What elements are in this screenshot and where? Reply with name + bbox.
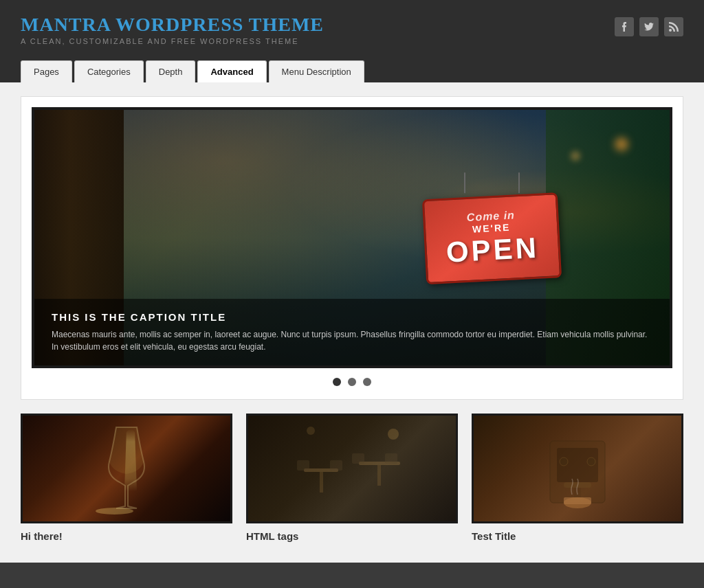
rss-icon[interactable] bbox=[664, 17, 683, 36]
site-branding: Mantra WordPress Theme A clean, customiz… bbox=[21, 14, 324, 45]
open-sign: Come in WE'RE OPEN bbox=[424, 172, 560, 281]
site-title: Mantra WordPress Theme bbox=[21, 14, 324, 36]
nav-tabs: Pages Categories Depth Advanced Menu Des… bbox=[21, 60, 683, 82]
social-icons bbox=[615, 17, 683, 36]
svg-rect-16 bbox=[564, 497, 591, 504]
post-title-3[interactable]: Test Title bbox=[472, 530, 683, 542]
wine-glass-icon bbox=[99, 420, 154, 517]
post-image-1 bbox=[21, 414, 232, 523]
twitter-icon[interactable] bbox=[639, 17, 659, 36]
svg-point-0 bbox=[669, 29, 672, 32]
tab-advanced[interactable]: Advanced bbox=[197, 60, 266, 82]
post-item-1: Hi there! bbox=[21, 414, 232, 542]
svg-rect-2 bbox=[320, 472, 323, 493]
tab-categories[interactable]: Categories bbox=[74, 60, 144, 82]
svg-rect-8 bbox=[385, 453, 397, 464]
three-cols: Hi there! bbox=[21, 414, 683, 542]
sign-chain bbox=[424, 172, 560, 193]
post-item-3: Test Title bbox=[472, 414, 683, 542]
slider-dots bbox=[32, 378, 672, 386]
slider-dot-3[interactable] bbox=[363, 378, 371, 386]
facebook-icon[interactable] bbox=[615, 17, 634, 36]
slider-dot-2[interactable] bbox=[348, 378, 356, 386]
main-content: Come in WE'RE OPEN This is the caption t… bbox=[0, 82, 704, 563]
caption-overlay: This is the caption title Maecenas mauri… bbox=[34, 299, 670, 365]
svg-rect-5 bbox=[297, 460, 309, 471]
svg-rect-7 bbox=[352, 453, 364, 464]
post-title-1[interactable]: Hi there! bbox=[21, 530, 232, 542]
cafe-icon bbox=[283, 420, 421, 517]
sign-board: Come in WE'RE OPEN bbox=[422, 192, 562, 284]
tab-depth[interactable]: Depth bbox=[146, 60, 196, 82]
svg-rect-6 bbox=[330, 460, 342, 471]
svg-point-18 bbox=[587, 457, 595, 466]
svg-point-17 bbox=[560, 457, 568, 466]
tab-menu-description[interactable]: Menu Description bbox=[269, 60, 364, 82]
slider-container: Come in WE'RE OPEN This is the caption t… bbox=[32, 107, 672, 368]
post-image-2 bbox=[246, 414, 458, 523]
slider-wrapper: Come in WE'RE OPEN This is the caption t… bbox=[21, 96, 683, 400]
slider-dot-1[interactable] bbox=[333, 378, 341, 386]
post-image-3 bbox=[472, 414, 683, 523]
caption-text: Maecenas mauris ante, mollis ac semper i… bbox=[52, 328, 652, 353]
post-item-2: HTML tags bbox=[246, 414, 458, 542]
sign-open-text: OPEN bbox=[446, 231, 540, 269]
site-header: Mantra WordPress Theme A clean, customiz… bbox=[0, 0, 704, 82]
svg-rect-4 bbox=[377, 465, 381, 486]
slider-image: Come in WE'RE OPEN This is the caption t… bbox=[34, 110, 670, 365]
header-top: Mantra WordPress Theme A clean, customiz… bbox=[21, 14, 683, 45]
site-subtitle: A clean, customizable and free WordPress… bbox=[21, 37, 324, 45]
coffee-machine-icon bbox=[522, 420, 632, 517]
tab-pages[interactable]: Pages bbox=[21, 60, 72, 82]
svg-point-9 bbox=[388, 429, 399, 440]
caption-title: This is the caption title bbox=[52, 311, 652, 323]
svg-point-10 bbox=[307, 427, 315, 435]
post-title-2[interactable]: HTML tags bbox=[246, 530, 458, 542]
